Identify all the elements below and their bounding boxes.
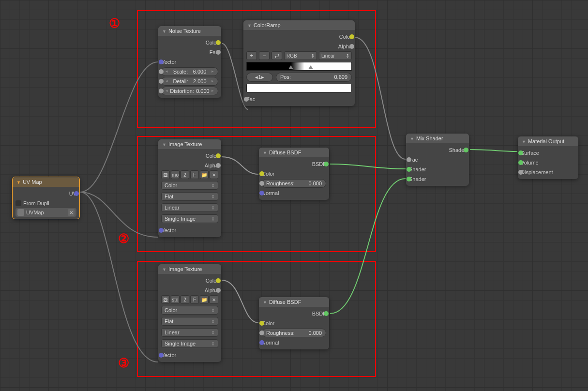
- socket-out-fac[interactable]: [216, 50, 221, 55]
- image-fake-user[interactable]: F: [190, 170, 199, 179]
- socket-in-normal[interactable]: [259, 191, 264, 196]
- socket-in-scale[interactable]: [159, 69, 164, 74]
- socket-in-distortion[interactable]: [159, 89, 164, 93]
- socket-in-roughness[interactable]: [259, 331, 264, 335]
- ramp-add-button[interactable]: +: [246, 51, 257, 60]
- input-volume: Volume: [521, 160, 539, 165]
- node-noise-texture[interactable]: ▼Noise Texture Color Fac Vector ◂Scale:6…: [158, 26, 221, 98]
- roughness-field[interactable]: Roughness:0.000: [262, 329, 326, 337]
- node-material-output[interactable]: ▼Material Output Surface Volume Displace…: [518, 136, 578, 179]
- projection-select[interactable]: Flat: [161, 192, 218, 201]
- image-open-icon[interactable]: 📁: [200, 295, 209, 304]
- scale-label: Scale:: [173, 69, 188, 75]
- socket-in-color[interactable]: [259, 321, 264, 326]
- colorspace-select[interactable]: Color: [161, 181, 218, 190]
- uvmap-icon: [17, 209, 24, 216]
- node-image-texture-1[interactable]: ▼Image Texture Color Alpha 🖼 mo 2 F 📁 ✕ …: [158, 139, 221, 237]
- socket-out-color[interactable]: [216, 153, 221, 158]
- ramp-interp-select[interactable]: Linear⇕: [319, 51, 352, 60]
- image-users[interactable]: 2: [181, 295, 189, 304]
- colorspace-select[interactable]: Color: [161, 306, 218, 315]
- interp-select[interactable]: Linear: [161, 328, 218, 337]
- pos-value: 0.609: [334, 74, 347, 80]
- detail-field[interactable]: ◂Detail:2.000▸: [161, 77, 218, 86]
- uvmap-selector[interactable]: UVMap ✕: [15, 208, 76, 217]
- node-title: Mix Shader: [416, 135, 443, 141]
- node-header[interactable]: ▼Noise Texture: [158, 26, 221, 36]
- node-uv-map[interactable]: ▼UV Map UV From Dupli UVMap ✕: [12, 177, 80, 219]
- image-users[interactable]: 2: [181, 170, 189, 179]
- socket-out-alpha[interactable]: [216, 288, 221, 293]
- socket-out-shader[interactable]: [464, 148, 468, 152]
- node-mix-shader[interactable]: ▼Mix Shader Shader Fac Shader Shader: [406, 134, 469, 186]
- interp-select[interactable]: Linear: [161, 203, 218, 212]
- clear-icon[interactable]: ✕: [68, 209, 75, 216]
- socket-in-vector[interactable]: [159, 228, 164, 233]
- node-diffuse-bsdf-2[interactable]: ▼Diffuse BSDF BSDF Color Roughness:0.000…: [259, 297, 329, 349]
- scale-field[interactable]: ◂Scale:6.000▸: [161, 67, 218, 76]
- socket-out-color[interactable]: [216, 278, 221, 283]
- node-header[interactable]: ▼Mix Shader: [406, 134, 469, 143]
- socket-out-alpha[interactable]: [216, 163, 221, 168]
- ramp-pos-field[interactable]: Pos:0.609: [276, 73, 352, 82]
- image-name-field[interactable]: sto: [171, 295, 180, 304]
- socket-out-uv[interactable]: [74, 191, 79, 196]
- node-title: Image Texture: [168, 141, 202, 147]
- node-image-texture-2[interactable]: ▼Image Texture Color Alpha 🖼 sto 2 F 📁 ✕…: [158, 264, 221, 362]
- source-select[interactable]: Single Image: [161, 214, 218, 223]
- ramp-stop-0[interactable]: [288, 65, 293, 71]
- socket-out-alpha[interactable]: [349, 44, 354, 49]
- image-unlink-icon[interactable]: ✕: [210, 295, 218, 304]
- node-header[interactable]: ▼Diffuse BSDF: [259, 297, 329, 307]
- ramp-index-field[interactable]: ◂1▸: [246, 73, 273, 82]
- ramp-mode-select[interactable]: RGB⇕: [284, 51, 317, 60]
- socket-in-surface[interactable]: [518, 150, 523, 155]
- from-dupli-checkbox[interactable]: [15, 200, 21, 206]
- node-header[interactable]: ▼ColorRamp: [243, 20, 355, 30]
- node-header[interactable]: ▼Material Output: [518, 136, 578, 146]
- scale-value: 6.000: [193, 69, 207, 75]
- socket-in-shader2[interactable]: [407, 177, 411, 181]
- roughness-field[interactable]: Roughness:0.000: [262, 179, 326, 188]
- color-ramp-gradient[interactable]: [246, 62, 352, 71]
- image-name-field[interactable]: mo: [171, 170, 180, 179]
- image-unlink-icon[interactable]: ✕: [210, 170, 218, 179]
- socket-out-bsdf[interactable]: [324, 311, 329, 316]
- projection-select[interactable]: Flat: [161, 317, 218, 326]
- node-header[interactable]: ▼Image Texture: [158, 264, 221, 274]
- input-displacement: Displacement: [521, 169, 553, 175]
- socket-in-fac[interactable]: [407, 157, 411, 162]
- image-browse-icon[interactable]: 🖼: [161, 170, 170, 179]
- node-color-ramp[interactable]: ▼ColorRamp Color Alpha + − ⇄ RGB⇕ Linear…: [243, 20, 355, 106]
- source-select[interactable]: Single Image: [161, 339, 218, 348]
- socket-in-normal[interactable]: [259, 340, 264, 345]
- ramp-interp: Linear: [321, 53, 335, 59]
- socket-in-vector[interactable]: [159, 60, 164, 64]
- socket-out-color[interactable]: [216, 40, 221, 45]
- socket-out-color[interactable]: [349, 34, 354, 39]
- ramp-stop-1[interactable]: [308, 65, 313, 71]
- distortion-field[interactable]: ◂Distortion:0.000▸: [161, 87, 218, 95]
- ramp-color-swatch[interactable]: [246, 84, 352, 92]
- socket-in-volume[interactable]: [518, 160, 523, 165]
- ramp-flip-button[interactable]: ⇄: [271, 51, 282, 60]
- socket-in-detail[interactable]: [159, 79, 164, 84]
- input-surface: Surface: [521, 150, 539, 156]
- image-open-icon[interactable]: 📁: [200, 170, 209, 179]
- socket-in-shader1[interactable]: [407, 167, 411, 172]
- socket-in-roughness[interactable]: [259, 181, 264, 186]
- socket-in-fac[interactable]: [244, 97, 249, 102]
- node-header[interactable]: ▼UV Map: [13, 177, 79, 187]
- node-header[interactable]: ▼Diffuse BSDF: [259, 148, 329, 157]
- socket-out-bsdf[interactable]: [324, 162, 329, 166]
- image-browse-icon[interactable]: 🖼: [161, 295, 170, 304]
- annotation-number-1: ①: [109, 16, 120, 31]
- socket-in-displacement[interactable]: [518, 170, 523, 175]
- node-title: Noise Texture: [168, 28, 201, 34]
- node-header[interactable]: ▼Image Texture: [158, 139, 221, 149]
- node-diffuse-bsdf-1[interactable]: ▼Diffuse BSDF BSDF Color Roughness:0.000…: [259, 148, 329, 200]
- ramp-remove-button[interactable]: −: [259, 51, 270, 60]
- image-fake-user[interactable]: F: [190, 295, 199, 304]
- socket-in-vector[interactable]: [159, 353, 164, 358]
- socket-in-color[interactable]: [259, 171, 264, 176]
